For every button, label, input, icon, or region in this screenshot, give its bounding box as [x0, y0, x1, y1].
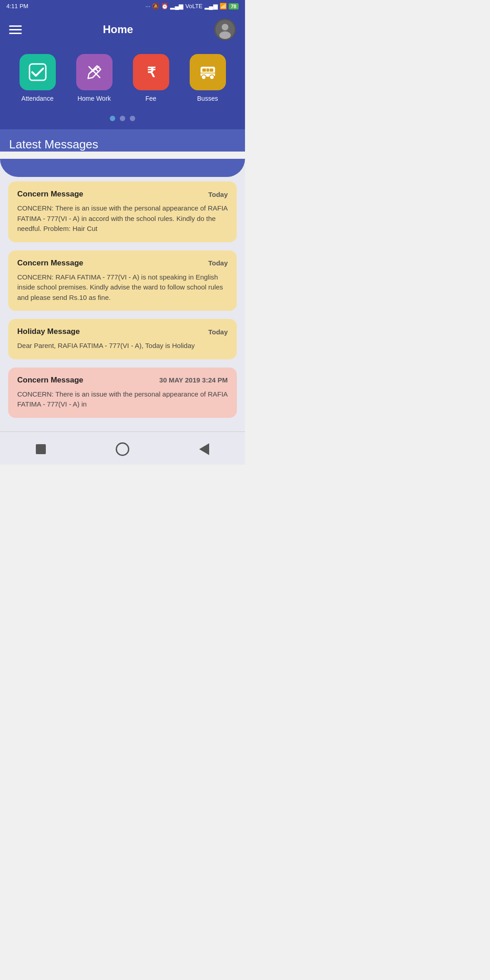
triangle-icon: [199, 443, 209, 455]
card-header-4: Concern Message 30 MAY 2019 3:24 PM: [17, 376, 228, 385]
busses-item[interactable]: Busses: [190, 54, 226, 102]
svg-rect-11: [210, 69, 213, 72]
svg-point-1: [222, 24, 229, 30]
card-time-3: Today: [208, 328, 228, 336]
status-bar: 4:11 PM ··· 🔕 ⏰ ▂▄▆ VoLTE ▂▄▆ 📶 78: [0, 0, 245, 12]
dot-3[interactable]: [130, 116, 135, 121]
hamburger-line-3: [9, 33, 22, 34]
hamburger-menu[interactable]: [9, 25, 22, 34]
navigation-bar: [0, 431, 245, 465]
card-title-4: Concern Message: [17, 376, 83, 385]
dot-1[interactable]: [110, 116, 115, 121]
card-time-2: Today: [208, 259, 228, 267]
homework-label: Home Work: [78, 95, 111, 102]
cards-container: Concern Message Today CONCERN: There is …: [0, 177, 245, 422]
message-card-1[interactable]: Concern Message Today CONCERN: There is …: [8, 181, 237, 242]
circle-icon: [116, 442, 129, 456]
status-time: 4:11 PM: [6, 3, 28, 10]
attendance-label: Attendance: [21, 95, 54, 102]
message-card-4[interactable]: Concern Message 30 MAY 2019 3:24 PM CONC…: [8, 368, 237, 418]
signal-bars-2: ▂▄▆: [205, 3, 218, 10]
homework-icon-box: [76, 54, 113, 90]
mute-icon: 🔕: [152, 3, 159, 10]
fee-item[interactable]: ₹ Fee: [133, 54, 169, 102]
card-body-4: CONCERN: There is an issue with the pers…: [17, 389, 228, 410]
signal-dots: ···: [145, 3, 150, 10]
nav-home-button[interactable]: [113, 439, 132, 459]
nav-square-button[interactable]: [31, 439, 51, 459]
svg-point-13: [201, 75, 206, 79]
card-body-2: CONCERN: RAFIA FATIMA - 777(VI - A) is n…: [17, 272, 228, 303]
svg-rect-12: [206, 69, 209, 72]
carousel-dots: [0, 116, 245, 129]
nav-back-button[interactable]: [194, 439, 214, 459]
avatar[interactable]: [214, 19, 236, 40]
card-header-3: Holiday Message Today: [17, 327, 228, 336]
busses-label: Busses: [197, 95, 218, 102]
page-title: Home: [103, 23, 133, 36]
wifi-icon: 📶: [220, 3, 227, 10]
card-title-2: Concern Message: [17, 259, 83, 268]
svg-point-14: [210, 75, 214, 79]
signal-bars: ▂▄▆: [170, 3, 183, 10]
card-body-1: CONCERN: There is an issue with the pers…: [17, 203, 228, 234]
card-title-3: Holiday Message: [17, 327, 80, 336]
attendance-icon-box: [20, 54, 56, 90]
messages-section-header: Latest Messages: [0, 129, 245, 152]
wave-decoration: [0, 159, 245, 177]
card-header-1: Concern Message Today: [17, 190, 228, 199]
fee-label: Fee: [145, 95, 156, 102]
battery-indicator: 78: [229, 3, 239, 10]
card-header-2: Concern Message Today: [17, 259, 228, 268]
cards-area: Concern Message Today CONCERN: There is …: [0, 159, 245, 431]
status-icons: ··· 🔕 ⏰ ▂▄▆ VoLTE ▂▄▆ 📶 78: [145, 3, 239, 10]
svg-point-2: [219, 31, 230, 39]
svg-text:₹: ₹: [147, 65, 156, 80]
homework-item[interactable]: Home Work: [76, 54, 113, 102]
card-time-1: Today: [208, 191, 228, 198]
card-body-3: Dear Parent, RAFIA FATIMA - 777(VI - A),…: [17, 341, 228, 351]
card-time-4: 30 MAY 2019 3:24 PM: [159, 376, 228, 384]
messages-title: Latest Messages: [9, 137, 236, 152]
lte-icon: VoLTE: [185, 3, 202, 10]
svg-rect-10: [202, 69, 206, 72]
icon-grid: Attendance Home Work ₹ Fee: [0, 49, 245, 116]
busses-icon-box: [190, 54, 226, 90]
message-card-2[interactable]: Concern Message Today CONCERN: RAFIA FAT…: [8, 250, 237, 311]
hamburger-line-1: [9, 25, 22, 27]
message-card-3[interactable]: Holiday Message Today Dear Parent, RAFIA…: [8, 319, 237, 359]
app-header: Home: [0, 12, 245, 49]
card-title-1: Concern Message: [17, 190, 83, 199]
hamburger-line-2: [9, 29, 22, 30]
square-icon: [36, 444, 46, 454]
alarm-icon: ⏰: [161, 3, 168, 10]
fee-icon-box: ₹: [133, 54, 169, 90]
attendance-item[interactable]: Attendance: [20, 54, 56, 102]
dot-2[interactable]: [120, 116, 125, 121]
